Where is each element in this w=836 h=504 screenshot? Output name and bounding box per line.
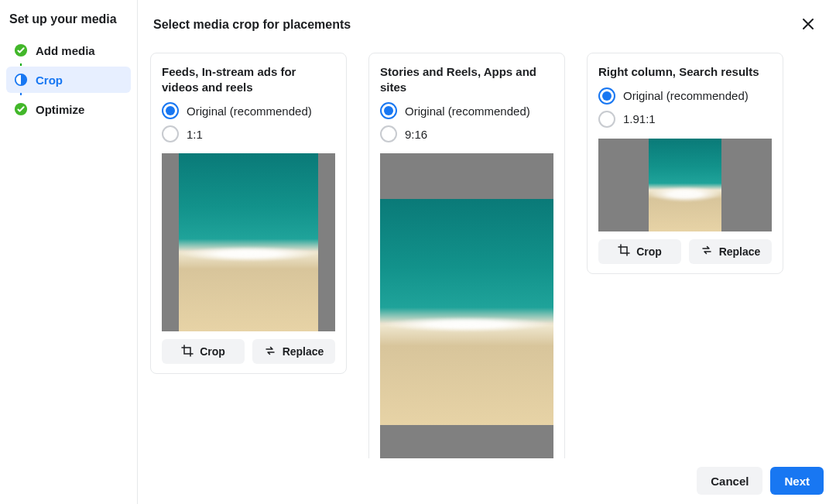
scroll-area[interactable]: Feeds, In-stream ads for videos and reel… [138,43,836,458]
sidebar-title: Set up your media [9,12,128,26]
check-circle-icon [14,43,28,57]
step-add-media[interactable]: Add media [6,37,131,63]
button-label: Crop [200,345,225,358]
step-label: Crop [36,74,63,87]
replace-button[interactable]: Replace [252,339,335,364]
preview-image [162,153,335,331]
main: Select media crop for placements Feeds, … [138,0,836,504]
radio-icon [162,125,179,142]
swap-icon [701,244,713,259]
steps-list: Add media Crop Optimize [6,37,131,122]
placement-card-stories: Stories and Reels, Apps and sites Origin… [368,53,565,458]
crop-icon [181,345,194,359]
step-label: Add media [36,44,95,57]
radio-9-16[interactable]: 9:16 [380,125,553,142]
sidebar: Set up your media Add media Crop Op [0,0,138,504]
step-optimize[interactable]: Optimize [6,96,131,122]
radio-label: 1.91:1 [623,112,656,125]
radio-original[interactable]: Original (recommended) [162,102,335,119]
radio-icon [162,102,179,119]
radio-1-1[interactable]: 1:1 [162,125,335,142]
radio-label: Original (recommended) [623,89,749,102]
page-title: Select media crop for placements [153,18,796,32]
radio-original[interactable]: Original (recommended) [380,102,553,119]
swap-icon [264,345,276,359]
card-title: Stories and Reels, Apps and sites [380,64,553,94]
radio-icon [598,87,615,105]
check-circle-icon [14,102,28,116]
crop-icon [618,244,630,259]
crop-button[interactable]: Crop [598,239,681,264]
header: Select media crop for placements [138,0,836,43]
close-button[interactable] [796,12,821,37]
step-crop[interactable]: Crop [6,67,131,93]
radio-icon [598,111,615,128]
preview-image [598,139,772,231]
step-label: Optimize [36,103,84,116]
cancel-button[interactable]: Cancel [697,467,762,495]
button-label: Replace [719,245,761,258]
radio-icon [380,125,397,142]
half-circle-icon [14,73,28,87]
crop-button[interactable]: Crop [162,339,245,364]
card-title: Right column, Search results [598,64,772,80]
close-icon [801,17,815,33]
replace-button[interactable]: Replace [689,239,772,264]
radio-1-91-1[interactable]: 1.91:1 [598,111,772,128]
placement-card-right-column: Right column, Search results Original (r… [587,53,783,274]
placement-card-feeds: Feeds, In-stream ads for videos and reel… [150,53,347,374]
footer: Cancel Next [138,458,836,504]
card-actions: Crop Replace [162,339,335,364]
button-label: Crop [636,245,662,258]
radio-original[interactable]: Original (recommended) [598,87,772,105]
card-title: Feeds, In-stream ads for videos and reel… [162,64,335,94]
radio-label: Original (recommended) [405,105,530,118]
radio-label: 9:16 [405,128,427,141]
radio-label: Original (recommended) [187,105,312,118]
preview-image [380,153,553,458]
card-actions: Crop Replace [598,239,772,264]
cards-row: Feeds, In-stream ads for videos and reel… [150,53,824,458]
next-button[interactable]: Next [770,467,824,495]
radio-label: 1:1 [187,128,203,141]
button-label: Replace [283,345,324,358]
radio-icon [380,102,397,119]
